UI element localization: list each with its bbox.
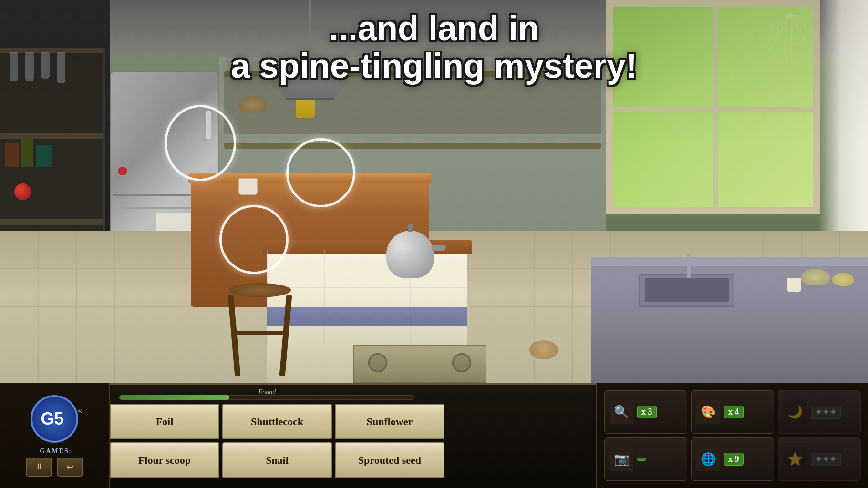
burner-right — [452, 353, 471, 372]
powerup-moon: 🌙 ✦✦✦ — [778, 390, 861, 434]
back-shelf-items — [224, 77, 601, 134]
item-button-shuttlecock[interactable]: Shuttlecock — [222, 404, 332, 439]
stool-crossbar — [234, 331, 286, 335]
g5-logo: G5 ® — [31, 395, 78, 443]
stove-top — [353, 345, 486, 383]
right-counter-top — [591, 257, 868, 266]
item-button-snail[interactable]: Snail — [222, 442, 332, 478]
right-counter — [591, 264, 868, 383]
item-button-sunflower[interactable]: Sunflower — [335, 404, 444, 439]
search-circle-item2[interactable] — [286, 138, 355, 207]
burner-left — [368, 353, 387, 372]
title-line1: ...and land in — [196, 10, 672, 47]
stool-seat — [229, 283, 291, 297]
powerup-star: ⭐ ✦✦✦ — [778, 437, 861, 481]
item-label-flour-scoop: Flour scoop — [138, 454, 191, 467]
faucet — [687, 254, 691, 278]
item-label-foil: Foil — [156, 416, 174, 428]
bowl-right — [801, 269, 830, 285]
globe-icon: 🌐 — [696, 447, 720, 471]
powerup-palette[interactable]: 🎨 x 4 — [691, 390, 774, 434]
globe-count: x 9 — [724, 453, 744, 466]
game-title: ...and land in a spine-tingling mystery! — [196, 10, 672, 85]
lamp-bottom — [286, 98, 334, 100]
camera-count — [637, 458, 646, 461]
left-controls: G5 ® GAMES ⏸ ↩ — [0, 383, 110, 488]
stool-leg-right — [279, 295, 292, 376]
items-grid: Foil Shuttlecock Sunflower Flour scoop S… — [110, 404, 444, 478]
pause-button[interactable]: ⏸ — [26, 458, 52, 477]
star-count: ✦✦✦ — [811, 453, 841, 466]
cup-right — [787, 278, 801, 292]
kettle-spout — [432, 245, 446, 251]
title-line2: a spine-tingling mystery! — [196, 47, 672, 85]
window-frame-v — [713, 7, 718, 207]
item-label-sprouted-seed: Sprouted seed — [358, 454, 421, 467]
found-bar-fill — [119, 395, 229, 400]
camera-icon: 📷 — [610, 447, 633, 471]
item-button-flour-scoop[interactable]: Flour scoop — [110, 442, 219, 478]
exit-button[interactable]: ↩ — [57, 458, 83, 477]
moon-count: ✦✦✦ — [811, 406, 841, 419]
magnifier-icon: 🔍 — [610, 400, 633, 424]
game-scene: ...and land in a spine-tingling mystery!… — [0, 0, 868, 488]
item-label-shuttlecock: Shuttlecock — [251, 416, 303, 428]
star-icon: ⭐ — [783, 447, 807, 471]
found-label: Found — [258, 388, 276, 396]
g5-text: G5 — [41, 410, 63, 427]
pause-icon: ⏸ — [35, 462, 43, 472]
powerup-globe[interactable]: 🌐 x 9 — [691, 437, 774, 481]
search-circle-foil[interactable] — [219, 205, 289, 274]
shelf-board-3 — [0, 219, 103, 225]
bar-stool — [224, 283, 296, 378]
island-tiles — [267, 250, 467, 345]
fridge-cherry — [118, 167, 127, 175]
svg-line-0 — [792, 14, 816, 62]
control-buttons: ⏸ ↩ — [26, 458, 83, 477]
powerup-camera[interactable]: 📷 — [604, 437, 687, 481]
kitchen-sink — [639, 274, 734, 307]
g5-games-label: GAMES — [40, 447, 69, 455]
search-circle-bottle[interactable] — [165, 105, 236, 181]
spider-web — [768, 14, 816, 62]
bowl-decoration — [238, 96, 267, 113]
found-bar-container: Found — [110, 385, 424, 401]
palette-icon: 🎨 — [696, 400, 720, 424]
item-button-foil[interactable]: Foil — [110, 404, 219, 439]
bottom-ui-panel: G5 ® GAMES ⏸ ↩ Found Foi — [0, 383, 868, 488]
cup-on-counter — [238, 178, 258, 195]
g5-registered: ® — [78, 408, 82, 415]
stool-leg-left — [228, 295, 241, 376]
svg-line-1 — [768, 14, 792, 52]
item-label-snail: Snail — [266, 454, 289, 467]
sink-basin — [645, 278, 729, 302]
back-shelf-mid — [224, 143, 601, 149]
item-label-sunflower: Sunflower — [367, 416, 413, 428]
powerup-magnifier[interactable]: 🔍 x 3 — [604, 390, 687, 434]
palette-count: x 4 — [724, 406, 744, 418]
shelf-items — [5, 138, 52, 167]
kettle — [386, 231, 434, 278]
apple-decoration — [14, 183, 31, 200]
powerups-panel: 🔍 x 3 🎨 x 4 🌙 ✦✦✦ 📷 🌐 x 9 — [596, 383, 868, 488]
item-button-sprouted-seed[interactable]: Sprouted seed — [335, 442, 444, 478]
bowl-right-small — [832, 273, 854, 286]
magnifier-count: x 3 — [637, 406, 657, 418]
exit-icon: ↩ — [66, 462, 73, 472]
wine-glasses — [10, 52, 65, 83]
island-blue-strip — [267, 307, 467, 326]
floor-decoration — [515, 340, 572, 378]
kettle-lid — [408, 224, 413, 232]
moon-icon: 🌙 — [783, 400, 807, 424]
